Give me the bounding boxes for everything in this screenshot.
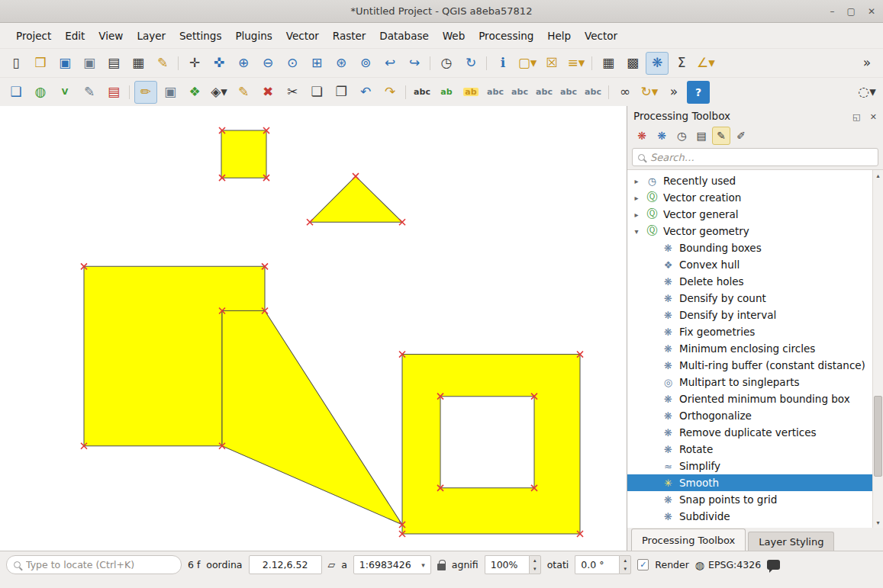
tab-layer-styling[interactable]: Layer Styling — [748, 532, 834, 551]
pin-labels-icon[interactable]: abc — [484, 81, 507, 104]
menu-project[interactable]: Project — [9, 26, 58, 46]
scroll-up-icon[interactable]: ▴ — [873, 170, 883, 181]
menu-web[interactable]: Web — [436, 26, 472, 46]
scripts-icon[interactable]: ❋ — [653, 127, 671, 145]
locate-box[interactable] — [6, 555, 182, 574]
cut-features-icon[interactable]: ✂ — [281, 81, 304, 104]
metasearch-icon[interactable]: ∞ — [614, 81, 636, 104]
save-layer-edits-icon[interactable]: ▣ — [159, 81, 182, 104]
move-label-icon[interactable]: abc — [533, 81, 556, 104]
map-canvas[interactable] — [0, 106, 627, 551]
zoom-last-icon[interactable]: ↩ — [379, 52, 401, 75]
refresh-map-icon[interactable]: ↻ — [459, 52, 482, 75]
locate-input[interactable] — [26, 559, 174, 570]
change-label-properties-icon[interactable]: abc — [582, 81, 604, 104]
spin-up-icon[interactable]: ▴ — [530, 556, 540, 565]
measure-icon[interactable]: ∠▾ — [694, 52, 717, 75]
tree-item-subdivide[interactable]: ❋ Subdivide — [627, 508, 872, 525]
layer-labeling-icon[interactable]: abc — [411, 81, 433, 104]
tree-item-convex-hull[interactable]: ❖ Convex hull — [627, 256, 872, 273]
plugin-reload-icon[interactable]: ↻▾ — [638, 81, 661, 104]
highlight-labels-icon[interactable]: ab — [459, 81, 482, 104]
paste-features-icon[interactable]: ❐ — [330, 81, 353, 104]
new-print-layout-icon[interactable]: ▤ — [102, 52, 125, 75]
tree-item-rotate[interactable]: ❋ Rotate — [627, 441, 872, 458]
crs-status[interactable]: ◍ EPSG:4326 — [695, 559, 761, 571]
deselect-features-icon[interactable]: ☒ — [540, 52, 563, 75]
delete-selected-icon[interactable]: ✖ — [256, 81, 279, 104]
titlebar[interactable]: *Untitled Project - QGIS a8eba57812 – ▢ … — [0, 0, 883, 23]
vertex-tool-icon[interactable]: ◈▾ — [208, 81, 230, 104]
temporal-controller-icon[interactable]: ◷ — [435, 52, 458, 75]
history-icon[interactable]: ◷ — [672, 127, 691, 145]
toolbar2-overflow-icon[interactable]: » — [662, 81, 685, 104]
new-virtual-layer-icon[interactable]: ✎ — [78, 81, 101, 104]
layer-diagram-icon[interactable]: ab — [435, 81, 458, 104]
copy-features-icon[interactable]: ❏ — [305, 81, 328, 104]
edit-features-inplace-icon[interactable]: ✎ — [712, 127, 730, 145]
new-project-icon[interactable]: ▯ — [5, 52, 27, 75]
show-pinned-labels-icon[interactable]: abc — [508, 81, 531, 104]
menu-plugins[interactable]: Plugins — [228, 26, 279, 46]
lock-icon[interactable] — [437, 564, 446, 570]
tab-processing-toolbox[interactable]: Processing Toolbox — [631, 529, 746, 551]
zoom-next-icon[interactable]: ↪ — [403, 52, 426, 75]
scrollbar-thumb[interactable] — [874, 396, 882, 477]
tree-item-densify-by-interval[interactable]: ❋ Densify by interval — [627, 307, 872, 323]
layout-manager-icon[interactable]: ▦ — [127, 52, 150, 75]
add-web-layer-icon[interactable]: ◍ — [29, 81, 52, 104]
scale-caret-icon[interactable]: ▾ — [421, 561, 425, 569]
maximize-icon[interactable]: ▢ — [847, 6, 856, 17]
new-shapefile-layer-icon[interactable]: V — [53, 81, 76, 104]
toggle-extents-icon[interactable]: ▱ — [328, 559, 336, 570]
menu-settings[interactable]: Settings — [172, 26, 228, 46]
spin-down-icon[interactable]: ▾ — [530, 565, 540, 574]
add-polygon-feature-icon[interactable]: ❖ — [183, 81, 206, 104]
pan-to-selection-icon[interactable]: ✜ — [208, 52, 230, 75]
expander-icon[interactable]: ▸ — [632, 194, 641, 202]
zoom-in-icon[interactable]: ⊕ — [232, 52, 255, 75]
tree-item-delete-holes[interactable]: ❋ Delete holes — [627, 273, 872, 290]
scrollbar-track[interactable] — [873, 181, 883, 517]
tree-item-vector-general[interactable]: ▸ Ⓠ Vector general — [627, 206, 872, 223]
tree-item-orthogonalize[interactable]: ❋ Orthogonalize — [627, 407, 872, 424]
zoom-out-icon[interactable]: ⊖ — [256, 52, 279, 75]
rotation-spin-arrows[interactable]: ▴ ▾ — [619, 555, 631, 574]
field-calculator-icon[interactable]: ▩ — [621, 52, 644, 75]
data-source-manager-icon[interactable]: ❑ — [5, 81, 27, 104]
processing-toolbox-icon[interactable]: ❋ — [646, 52, 669, 75]
current-edits-icon[interactable]: ▤ — [102, 81, 125, 104]
statistics-icon[interactable]: Σ — [670, 52, 693, 75]
style-manager-icon[interactable]: ✎ — [151, 52, 174, 75]
render-checkbox[interactable]: ✓ — [637, 559, 649, 570]
tree-item-multipart-to-singleparts[interactable]: ◎ Multipart to singleparts — [627, 374, 872, 390]
expander-icon[interactable]: ▾ — [632, 227, 641, 236]
save-project-icon[interactable]: ▣ — [53, 52, 76, 75]
menu-vector-2[interactable]: Vector — [578, 26, 624, 46]
models-icon[interactable]: ❋ — [633, 127, 651, 145]
identify-features-icon[interactable]: ℹ — [491, 52, 514, 75]
tree-item-multi-ring-buffer[interactable]: ❋ Multi-ring buffer (constant distance) — [627, 357, 872, 374]
menu-vector[interactable]: Vector — [279, 26, 326, 46]
pan-map-icon[interactable]: ✛ — [183, 52, 206, 75]
magnifier-spinner[interactable]: 100% ▴ ▾ — [485, 555, 541, 574]
rotation-spinner[interactable]: 0.0 ° ▴ ▾ — [575, 555, 631, 574]
close-icon[interactable]: ✕ — [868, 6, 875, 17]
help-icon[interactable]: ? — [687, 81, 710, 104]
rotate-label-icon[interactable]: abc — [557, 81, 580, 104]
menu-layer[interactable]: Layer — [130, 26, 172, 46]
tree-item-remove-duplicate-vertices[interactable]: ❋ Remove duplicate vertices — [627, 424, 872, 441]
messages-icon[interactable] — [767, 560, 780, 570]
tree-item-oriented-minimum-bounding-box[interactable]: ❋ Oriented minimum bounding box — [627, 390, 872, 407]
scroll-down-icon[interactable]: ▾ — [873, 517, 883, 528]
menu-help[interactable]: Help — [540, 26, 578, 46]
scale-combo[interactable]: 1:6983426 ▾ — [353, 555, 431, 574]
modify-attributes-icon[interactable]: ✎ — [232, 81, 255, 104]
toolbox-search[interactable] — [632, 148, 878, 166]
coordinate-box[interactable]: 2.12,6.52 — [249, 555, 322, 574]
spin-down-icon[interactable]: ▾ — [620, 565, 630, 574]
magnifier-spin-arrows[interactable]: ▴ ▾ — [529, 555, 541, 574]
zoom-to-layer-icon[interactable]: ⊚ — [354, 52, 377, 75]
tree-item-recently-used[interactable]: ▸ ◷ Recently used — [627, 172, 872, 189]
tree-item-smooth[interactable]: ✳ Smooth — [627, 474, 872, 491]
